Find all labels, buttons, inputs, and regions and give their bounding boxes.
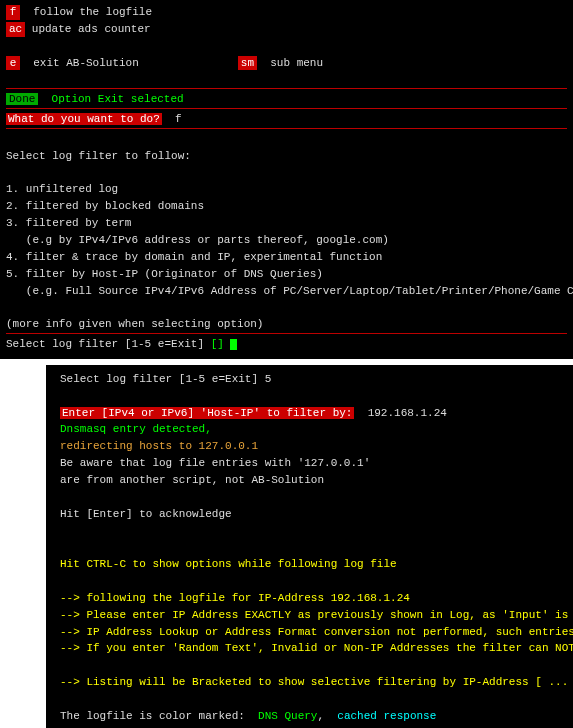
select-bracket: [] [211,338,224,350]
info-arrow-line: --> following the logfile for IP-Address… [54,590,569,607]
info-line: Dnsmasq entry detected, [54,421,569,438]
color-legend: The logfile is color marked: DNS Query, … [54,708,569,725]
menu-label: exit AB-Solution [33,57,139,69]
divider [6,108,567,109]
legend-dns: DNS Query [258,710,317,722]
done-text: Option Exit selected [52,93,184,105]
select-prompt-label: Select log filter [1-5 e=Exit] [6,338,204,350]
info-arrow-line [54,657,569,674]
prompt-row: What do you want to do? f [0,111,573,128]
hostip-value[interactable]: 192.168.1.24 [368,407,447,419]
option-line: (more info given when selecting option) [0,316,573,333]
option-line: 5. filter by Host-IP (Originator of DNS … [0,266,573,283]
terminal-panel-bottom: Select log filter [1-5 e=Exit] 5 Enter [… [46,365,573,728]
option-line: 2. filtered by blocked domains [0,198,573,215]
info-arrow-line: --> IP Address Lookup or Address Format … [54,624,569,641]
terminal-panel-top: f follow the logfile ac update ads count… [0,0,573,359]
select-prompt-row: Select log filter [1-5 e=Exit] [] [0,336,573,353]
menu-label: follow the logfile [33,6,152,18]
select-prompt-row: Select log filter [1-5 e=Exit] 5 [54,371,569,388]
legend-cached: cached response [337,710,436,722]
hostip-prompt-row: Enter [IPv4 or IPv6] 'Host-IP' to filter… [54,405,569,422]
option-line: 1. unfiltered log [0,181,573,198]
select-value[interactable]: 5 [265,373,272,385]
info-line: are from another script, not AB-Solution [54,472,569,489]
info-arrow-line: --> Please enter IP Address EXACTLY as p… [54,607,569,624]
prompt-label: What do you want to do? [6,113,162,125]
option-line [0,299,573,316]
menu-label: update ads counter [32,23,151,35]
key-e[interactable]: e [6,56,20,71]
section-heading: Select log filter to follow: [0,148,573,165]
select-prompt-label: Select log filter [1-5 e=Exit] [60,373,258,385]
option-line: (e.g by IPv4/IPv6 address or parts there… [0,232,573,249]
option-line: 3. filtered by term [0,215,573,232]
option-line: (e.g. Full Source IPv4/IPv6 Address of P… [0,283,573,300]
hostip-prompt-label: Enter [IPv4 or IPv6] 'Host-IP' to filter… [60,407,354,419]
menu-row: f follow the logfile [0,4,573,21]
info-line: Hit [Enter] to acknowledge [54,506,569,523]
status-row: Done Option Exit selected [0,91,573,108]
key-ac[interactable]: ac [6,22,25,37]
prompt-value[interactable]: f [175,113,182,125]
option-line: 4. filter & trace by domain and IP, expe… [0,249,573,266]
info-line: redirecting hosts to 127.0.0.1 [54,438,569,455]
menu-row-exit: e exit AB-Solution sm sub menu [0,55,573,72]
key-sm[interactable]: sm [238,56,257,71]
divider [6,128,567,129]
info-line: Be aware that log file entries with '127… [54,455,569,472]
divider [6,88,567,89]
done-tag: Done [6,93,38,105]
divider [6,333,567,334]
menu-label: sub menu [270,57,323,69]
color-legend: forwarded to local / upstream DNS, block… [54,725,569,728]
hint-line: Hit CTRL-C to show options while followi… [54,556,569,573]
info-arrow-line: --> Listing will be Bracketed to show se… [54,674,569,691]
info-arrow-line: --> If you enter 'Random Text', Invalid … [54,640,569,657]
menu-row: ac update ads counter [0,21,573,38]
key-f[interactable]: f [6,5,20,20]
cursor-icon[interactable] [230,339,237,350]
